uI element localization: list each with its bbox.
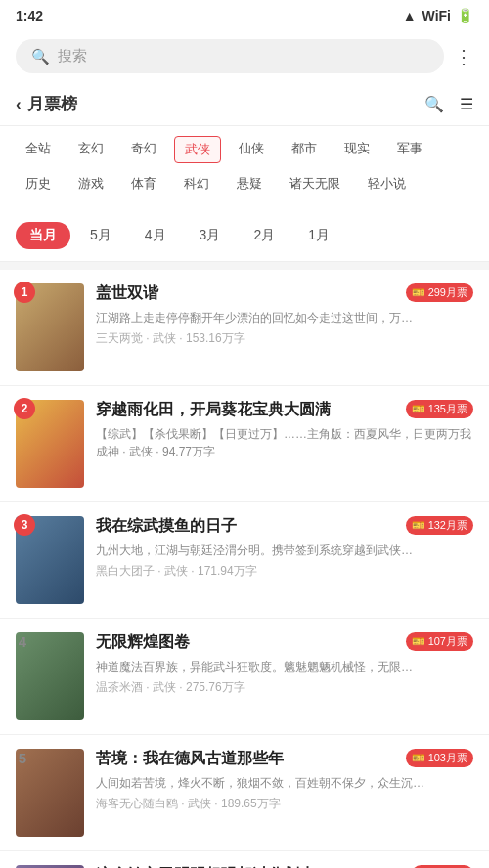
category-tag[interactable]: 武侠 (174, 136, 221, 163)
time-tab[interactable]: 3月 (186, 222, 235, 249)
nav-back[interactable]: ‹ 月票榜 (16, 93, 77, 115)
category-tag[interactable]: 诸天无限 (280, 171, 350, 196)
category-row-1: 全站玄幻奇幻武侠仙侠都市现实军事 (16, 136, 473, 163)
ticket-badge: 🎫 107月票 (406, 632, 473, 651)
time-tab[interactable]: 4月 (131, 222, 180, 249)
nav-actions: 🔍 ☰ (424, 95, 473, 113)
time-tab[interactable]: 当月 (16, 222, 70, 249)
nav-header: ‹ 月票榜 🔍 ☰ (0, 83, 489, 126)
time-tab[interactable]: 1月 (294, 222, 343, 249)
rank-number: 4 (12, 630, 33, 652)
rank-cover: 5 (16, 749, 84, 837)
rank-cover: 2 (16, 400, 84, 488)
ticket-badge: 🎫 135月票 (406, 400, 473, 418)
category-tag[interactable]: 悬疑 (227, 171, 272, 196)
wifi-icon: WiFi (422, 8, 451, 23)
category-tag[interactable]: 军事 (387, 136, 432, 163)
search-icon: 🔍 (31, 48, 50, 65)
book-desc: 神道魔法百界族，异能武斗狂歌度。魑魅魍魉机械怪，无限… (96, 658, 473, 675)
rank-badge: 3 (14, 514, 35, 536)
book-list: 1盖世双谐🎫 299月票江湖路上走走停停翻开年少漂泊的回忆如今走过这世间，万…三… (0, 270, 489, 868)
book-desc: 九州大地，江湖与朝廷泾渭分明。携带签到系统穿越到武侠… (96, 542, 473, 559)
book-title: 无限辉煌图卷 (96, 632, 190, 653)
category-tag[interactable]: 历史 (16, 171, 61, 196)
category-tag[interactable]: 现实 (334, 136, 379, 163)
book-info: 无限辉煌图卷🎫 107月票神道魔法百界族，异能武斗狂歌度。魑魅魍魉机械怪，无限…… (96, 632, 473, 696)
book-info: 苦境：我在德风古道那些年🎫 103月票人间如若苦境，烽火不断，狼烟不敛，百姓朝不… (96, 749, 473, 812)
book-meta: 黑白大团子 · 武侠 · 171.94万字 (96, 563, 473, 580)
category-tag[interactable]: 仙侠 (229, 136, 274, 163)
book-title: 我在综武摸鱼的日子 (96, 516, 237, 537)
rank-badge: 1 (14, 282, 35, 303)
book-title: 穿越雨化田，开局葵花宝典大圆满 (96, 400, 331, 420)
book-info: 盖世双谐🎫 299月票江湖路上走走停停翻开年少漂泊的回忆如今走过这世间，万…三天… (96, 283, 473, 347)
battery-icon: 🔋 (457, 8, 473, 23)
rank-badge: 2 (14, 398, 35, 419)
search-input-wrapper[interactable]: 🔍 搜索 (16, 39, 444, 73)
header-menu-icon[interactable]: ☰ (460, 95, 473, 113)
ticket-badge: 🎫 299月票 (406, 283, 473, 302)
book-item[interactable]: 1盖世双谐🎫 299月票江湖路上走走停停翻开年少漂泊的回忆如今走过这世间，万…三… (0, 270, 489, 386)
signal-icon: ▲ (403, 8, 417, 23)
book-item[interactable]: 3我在综武摸鱼的日子🎫 132月票九州大地，江湖与朝廷泾渭分明。携带签到系统穿越… (0, 502, 489, 619)
book-desc: 【综武】【杀伐果断】【日更过万】……主角版：西夏风华，日更两万我成神 · 武侠 … (96, 425, 473, 460)
book-item[interactable]: 4无限辉煌图卷🎫 107月票神道魔法百界族，异能武斗狂歌度。魑魅魍魉机械怪，无限… (0, 619, 489, 735)
book-item[interactable]: 5苦境：我在德风古道那些年🎫 103月票人间如若苦境，烽火不断，狼烟不敛，百姓朝… (0, 735, 489, 851)
status-bar: 1:42 ▲ WiFi 🔋 (0, 0, 489, 31)
ticket-badge: 🎫 103月票 (406, 749, 473, 767)
category-tag[interactable]: 玄幻 (68, 136, 113, 163)
category-tag[interactable]: 体育 (121, 171, 166, 196)
rank-cover: 4 (16, 632, 84, 720)
categories-section: 全站玄幻奇幻武侠仙侠都市现实军事 历史游戏体育科幻悬疑诸天无限轻小说 (0, 126, 489, 214)
page-title: 月票榜 (27, 93, 77, 115)
category-tag[interactable]: 轻小说 (358, 171, 416, 196)
category-tag[interactable]: 都市 (282, 136, 327, 163)
header-search-icon[interactable]: 🔍 (424, 95, 444, 113)
time-tabs: 当月5月4月3月2月1月 (0, 214, 489, 262)
rank-cover: 1 (16, 283, 84, 371)
book-meta: 三天两觉 · 武侠 · 153.16万字 (96, 330, 473, 347)
time-tab[interactable]: 2月 (240, 222, 289, 249)
rank-number: 6 (12, 863, 33, 868)
book-title: 盖世双谐 (96, 283, 158, 304)
book-meta: 温茶米酒 · 武侠 · 275.76万字 (96, 679, 473, 696)
status-icons: ▲ WiFi 🔋 (403, 8, 473, 23)
back-arrow-icon: ‹ (16, 95, 22, 114)
book-meta: 海客无心随白鸥 · 武侠 · 189.65万字 (96, 796, 473, 812)
book-info: 我在综武摸鱼的日子🎫 132月票九州大地，江湖与朝廷泾渭分明。携带签到系统穿越到… (96, 516, 473, 580)
book-desc: 人间如若苦境，烽火不断，狼烟不敛，百姓朝不保夕，众生沉… (96, 774, 473, 792)
category-row-2: 历史游戏体育科幻悬疑诸天无限轻小说 (16, 171, 473, 196)
search-bar: 🔍 搜索 ⋮ (0, 31, 489, 83)
category-tag[interactable]: 游戏 (68, 171, 113, 196)
category-tag[interactable]: 全站 (16, 136, 61, 163)
rank-number: 5 (12, 747, 33, 768)
book-title: 苦境：我在德风古道那些年 (96, 749, 284, 769)
book-item[interactable]: 2穿越雨化田，开局葵花宝典大圆满🎫 135月票【综武】【杀伐果断】【日更过万】…… (0, 386, 489, 502)
ticket-badge: 🎫 132月票 (406, 516, 473, 535)
status-time: 1:42 (16, 8, 43, 23)
book-info: 穿越雨化田，开局葵花宝典大圆满🎫 135月票【综武】【杀伐果断】【日更过万】……… (96, 400, 473, 460)
search-placeholder: 搜索 (58, 47, 87, 65)
book-item[interactable]: 6这个锦衣卫明明超强却过分划水🎫 62月票 (0, 851, 489, 868)
more-options-button[interactable]: ⋮ (454, 45, 473, 68)
time-tab[interactable]: 5月 (76, 222, 125, 249)
rank-cover: 3 (16, 516, 84, 604)
category-tag[interactable]: 科幻 (174, 171, 219, 196)
book-desc: 江湖路上走走停停翻开年少漂泊的回忆如今走过这世间，万… (96, 309, 473, 326)
category-tag[interactable]: 奇幻 (121, 136, 166, 163)
